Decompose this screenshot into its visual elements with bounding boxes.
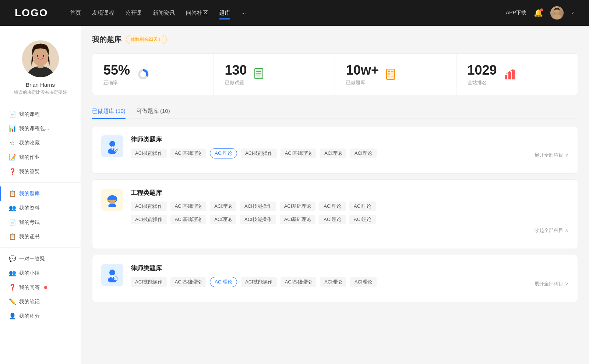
- sidebar-item-group[interactable]: 👥 我的小组: [0, 266, 81, 280]
- nav-more[interactable]: ···: [241, 8, 246, 18]
- svg-point-37: [114, 276, 118, 281]
- tag-3-2[interactable]: ACI理论: [210, 277, 237, 287]
- tag-1-6[interactable]: ACI理论: [350, 149, 377, 158]
- svg-point-26: [109, 141, 115, 147]
- sidebar-label-certificate: 我的证书: [19, 233, 40, 240]
- svg-point-1: [553, 14, 561, 19]
- user-name: Brian Harris: [7, 82, 73, 88]
- svg-point-33: [108, 204, 116, 207]
- stat-correct-value: 55% 正确率: [103, 63, 130, 86]
- bar-chart-icon: [503, 67, 518, 82]
- app-download-btn[interactable]: APP下载: [506, 10, 526, 16]
- tag-3-5[interactable]: ACI理论: [320, 277, 346, 287]
- svg-point-29: [114, 148, 118, 152]
- svg-point-34: [109, 270, 115, 275]
- main-nav: 首页 发现课程 公开课 新闻资讯 问答社区 题库 ···: [70, 8, 491, 18]
- tag-1-0[interactable]: ACI技能操作: [131, 149, 167, 158]
- sidebar-label-qbank: 我的题库: [19, 190, 40, 197]
- page-title: 我的题库: [92, 35, 121, 44]
- tag-2-r2-0[interactable]: ACI技能操作: [131, 215, 167, 224]
- sidebar-item-favorites[interactable]: ☆ 我的收藏: [0, 136, 81, 150]
- tag-2-r2-6[interactable]: ACI理论: [349, 215, 376, 224]
- sidebar-label-homework: 我的作业: [19, 154, 40, 161]
- tag-1-1[interactable]: ACI基础理论: [170, 149, 207, 158]
- sidebar-item-qbank[interactable]: 📋 我的题库: [0, 186, 81, 201]
- sidebar-label-exam: 我的考试: [19, 219, 40, 226]
- stat-rank: 1029 全站排名: [456, 54, 578, 95]
- tags-row-2-r1: ACI技能操作 ACI基础理论 ACI理论 ACI技能操作 ACI基础理论 AC…: [131, 201, 569, 211]
- tag-1-5[interactable]: ACI理论: [320, 149, 346, 158]
- notification-bell[interactable]: 🔔: [534, 8, 543, 17]
- stat-rank-value-group: 1029 全站排名: [468, 63, 497, 86]
- list-icon: [385, 67, 399, 82]
- tag-1-3[interactable]: ACI技能操作: [241, 149, 277, 158]
- sidebar-item-exam[interactable]: 📄 我的考试: [0, 215, 81, 229]
- cert-icon: 📋: [9, 233, 15, 240]
- svg-rect-19: [388, 73, 390, 75]
- tag-2-0[interactable]: ACI技能操作: [131, 201, 167, 211]
- tag-2-r2-3[interactable]: ACI技能操作: [240, 215, 276, 224]
- stats-row: 55% 正确率 130 已做试题: [92, 53, 578, 95]
- svg-rect-28: [112, 146, 113, 150]
- nav-opencourse[interactable]: 公开课: [125, 8, 142, 18]
- nav-qa[interactable]: 问答社区: [186, 8, 208, 18]
- expand-btn-3[interactable]: 展开全部科目 ∨: [535, 281, 569, 287]
- qbank-info-1: 律师类题库 ACI技能操作 ACI基础理论 ACI理论 ACI技能操作 ACI基…: [131, 135, 569, 158]
- user-motto: 错误的决定比没有决定要好: [7, 89, 73, 96]
- qbank-icon: 📋: [9, 190, 15, 197]
- tag-3-3[interactable]: ACI技能操作: [241, 277, 277, 287]
- nav-news[interactable]: 新闻资讯: [153, 8, 175, 18]
- tab-done[interactable]: 已做题库 (10): [92, 104, 126, 118]
- tag-2-2[interactable]: ACI理论: [210, 201, 236, 211]
- group-icon: 👥: [9, 270, 15, 276]
- sidebar-item-profile[interactable]: 👥 我的资料: [0, 201, 81, 215]
- svg-point-5: [32, 48, 49, 66]
- tag-2-r2-5[interactable]: ACI理论: [319, 215, 346, 224]
- qa-icon: ❓: [9, 168, 15, 175]
- qbank-title-2: 工程类题库: [131, 189, 569, 197]
- tag-2-6[interactable]: ACI理论: [349, 201, 376, 211]
- sidebar-item-my-course[interactable]: 📄 我的课程: [0, 107, 81, 121]
- svg-rect-17: [388, 71, 390, 72]
- sidebar-item-course-package[interactable]: 📊 我的课程包...: [0, 121, 81, 136]
- main-header: LOGO 首页 发现课程 公开课 新闻资讯 问答社区 题库 ··· APP下载 …: [0, 0, 589, 26]
- tag-2-r2-2[interactable]: ACI理论: [210, 215, 236, 224]
- sidebar-item-questions[interactable]: ❓ 我的问答: [0, 280, 81, 295]
- sidebar-item-homework[interactable]: 📝 我的作业: [0, 150, 81, 164]
- page-layout: Brian Harris 错误的决定比没有决定要好 📄 我的课程 📊 我的课程包…: [0, 26, 589, 364]
- user-avatar-header[interactable]: [550, 6, 564, 19]
- tag-2-3[interactable]: ACI技能操作: [240, 201, 276, 211]
- collapse-btn-2[interactable]: 收起全部科目 ∧: [131, 227, 569, 234]
- tag-2-4[interactable]: ACI基础理论: [280, 201, 316, 211]
- qbank-title-1: 律师类题库: [131, 135, 569, 144]
- tab-available[interactable]: 可做题库 (10): [137, 104, 170, 118]
- tag-1-4[interactable]: ACI基础理论: [281, 149, 317, 158]
- nav-home[interactable]: 首页: [70, 8, 81, 18]
- sidebar-divider-3: [0, 247, 81, 248]
- sidebar-item-certificate[interactable]: 📋 我的证书: [0, 229, 81, 244]
- sidebar-item-my-qa[interactable]: ❓ 我的答疑: [0, 164, 81, 179]
- questions-dot: [44, 286, 47, 289]
- tag-3-4[interactable]: ACI基础理论: [281, 277, 317, 287]
- expand-btn-1[interactable]: 展开全部科目 ∨: [535, 152, 569, 158]
- nav-discover[interactable]: 发现课程: [92, 8, 114, 18]
- sidebar-item-points[interactable]: 👤 我的积分: [0, 309, 81, 323]
- sidebar-item-tutor[interactable]: 💬 一对一答疑: [0, 251, 81, 266]
- tag-2-r2-1[interactable]: ACI基础理论: [170, 215, 207, 224]
- stat-label-done: 已做试题: [225, 79, 247, 86]
- tag-3-6[interactable]: ACI理论: [350, 277, 377, 287]
- tag-2-r2-4[interactable]: ACI基础理论: [280, 215, 316, 224]
- tag-3-0[interactable]: ACI技能操作: [131, 277, 167, 287]
- tag-2-5[interactable]: ACI理论: [319, 201, 346, 211]
- sidebar-divider-1: [0, 103, 81, 103]
- sidebar-item-notes[interactable]: ✏️ 我的笔记: [0, 295, 81, 309]
- package-icon: 📊: [9, 125, 15, 132]
- nav-qbank[interactable]: 题库: [219, 8, 230, 18]
- tag-2-1[interactable]: ACI基础理论: [170, 201, 207, 211]
- sidebar-label-my-qa: 我的答疑: [19, 168, 40, 175]
- user-profile: Brian Harris 错误的决定比没有决定要好: [0, 33, 81, 99]
- user-menu-chevron[interactable]: ∨: [571, 10, 574, 15]
- tag-1-2[interactable]: ACI理论: [210, 148, 237, 158]
- svg-rect-21: [388, 76, 390, 77]
- tag-3-1[interactable]: ACI基础理论: [170, 277, 207, 287]
